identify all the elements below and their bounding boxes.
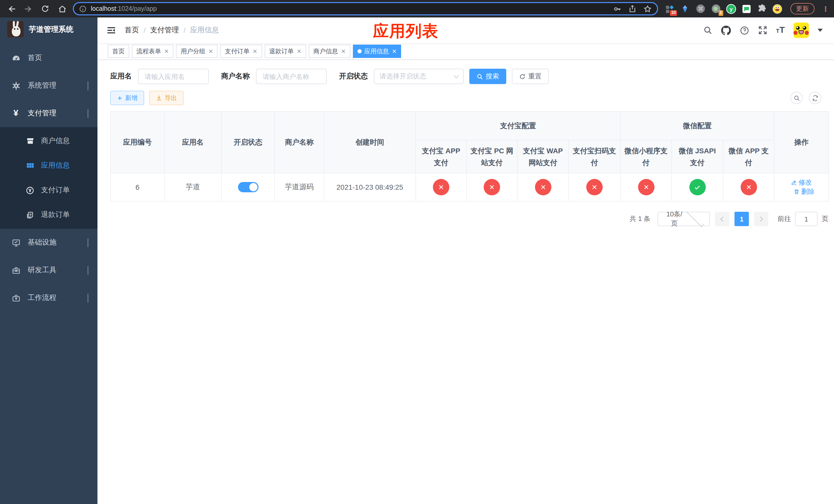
browser-update-button[interactable]: 更新 — [790, 3, 814, 14]
status-select[interactable]: 请选择开启状态 — [374, 69, 464, 84]
status-toggle[interactable] — [238, 182, 258, 192]
merchant-name-input[interactable] — [256, 69, 327, 84]
search-icon[interactable] — [703, 26, 712, 35]
sidebar-item-refund-order[interactable]: 退款订单 — [0, 203, 97, 227]
goto-unit: 页 — [822, 214, 828, 224]
url-host: localhost — [91, 5, 116, 12]
tab-label: 首页 — [112, 47, 125, 55]
col-actions: 操作 — [774, 112, 829, 173]
sidebar-item-label: 系统管理 — [28, 81, 57, 90]
ext-badge: 1 — [718, 10, 723, 16]
tab-label: 商户信息 — [313, 47, 338, 55]
monitor-icon — [11, 238, 21, 247]
tab-pay-order[interactable]: 支付订单✕ — [220, 45, 262, 58]
toggle-search-button[interactable] — [790, 92, 803, 104]
tab-refund-order[interactable]: 退款订单✕ — [264, 45, 306, 58]
chevron-down-icon — [88, 266, 88, 274]
sidebar-item-pay-order[interactable]: 支付订单 — [0, 178, 97, 203]
sidebar-item-infrastructure[interactable]: 基础设施 — [0, 229, 97, 256]
prev-page-button[interactable] — [715, 212, 729, 226]
forward-icon[interactable] — [22, 3, 35, 15]
help-icon[interactable] — [740, 25, 749, 35]
col-alipay-qr: 支付宝扫码支付 — [569, 140, 620, 173]
breadcrumb-home[interactable]: 首页 — [125, 26, 139, 35]
fullscreen-icon[interactable] — [758, 26, 767, 35]
sidebar-item-label: 应用信息 — [41, 161, 70, 170]
chevron-down-icon — [454, 73, 459, 78]
shop-icon — [26, 137, 35, 145]
sidebar-item-system[interactable]: 系统管理 — [0, 72, 97, 99]
ext-y-icon[interactable]: y — [726, 3, 737, 14]
export-button-label: 导出 — [164, 94, 177, 102]
github-icon[interactable] — [721, 25, 731, 35]
search-button[interactable]: 搜索 — [469, 69, 506, 84]
tab-app-info[interactable]: 应用信息✕ — [353, 45, 401, 58]
close-icon[interactable]: ✕ — [164, 48, 169, 54]
browser-toolbar: localhost:1024/pay/app 10 — [0, 0, 834, 18]
close-icon[interactable]: ✕ — [208, 48, 213, 54]
url-text[interactable]: localhost:1024/pay/app — [91, 5, 609, 12]
ext-puzzle-icon[interactable] — [756, 3, 767, 14]
tab-user-group[interactable]: 用户分组✕ — [176, 45, 218, 58]
chevron-up-icon — [88, 109, 88, 117]
password-key-icon[interactable] — [613, 4, 622, 13]
browser-menu-icon[interactable]: ⋮ — [822, 5, 829, 13]
close-icon[interactable]: ✕ — [297, 48, 301, 54]
tab-home[interactable]: 首页 — [108, 45, 129, 58]
sidebar-item-merchant-info[interactable]: 商户信息 — [0, 129, 97, 153]
sidebar-item-home[interactable]: 首页 — [0, 44, 97, 72]
app-name-input[interactable] — [138, 69, 209, 84]
back-icon[interactable] — [5, 3, 18, 15]
sidebar-item-app-info[interactable]: 应用信息 — [0, 153, 97, 178]
refresh-table-button[interactable] — [809, 92, 821, 104]
page-size-select[interactable]: 10条/页 — [658, 212, 710, 226]
breadcrumb-payment[interactable]: 支付管理 — [150, 26, 179, 35]
edit-pen-icon — [791, 180, 797, 186]
add-button[interactable]: 新增 — [110, 91, 144, 105]
sidebar-item-payment[interactable]: ¥ 支付管理 — [0, 99, 97, 127]
ext-chat-icon[interactable] — [741, 3, 752, 14]
delete-link[interactable]: 删除 — [793, 187, 814, 197]
ext-emoji-icon[interactable] — [772, 3, 783, 14]
sidebar-item-workflow[interactable]: 工作流程 — [0, 284, 97, 312]
user-menu-caret-icon[interactable] — [818, 29, 823, 32]
user-avatar[interactable] — [793, 23, 809, 38]
sidebar-logo[interactable]: 芋道管理系统 — [0, 18, 97, 41]
ext-command-icon[interactable]: ⌘ — [695, 3, 706, 14]
cell-app-name: 芋道 — [164, 173, 221, 201]
close-icon[interactable]: ✕ — [253, 48, 257, 54]
reset-button[interactable]: 重置 — [512, 69, 549, 84]
goto-page-input[interactable] — [795, 212, 818, 226]
bookmark-star-icon[interactable] — [643, 4, 652, 13]
tab-merchant-info[interactable]: 商户信息✕ — [309, 45, 350, 58]
add-button-label: 新增 — [125, 94, 137, 102]
edit-link[interactable]: 修改 — [791, 178, 812, 187]
reload-icon[interactable] — [39, 3, 51, 15]
ext-circle-icon[interactable]: 1 — [710, 3, 721, 14]
ext-badge: 10 — [670, 10, 677, 16]
home-icon[interactable] — [56, 3, 68, 15]
pagination-total: 共 1 条 — [630, 214, 650, 224]
tab-label: 用户分组 — [180, 47, 205, 55]
ext-pin-icon[interactable] — [680, 3, 690, 14]
col-created: 创建时间 — [324, 112, 416, 173]
site-info-icon[interactable] — [79, 5, 87, 13]
share-icon[interactable] — [628, 5, 637, 13]
search-form: 应用名 商户名称 开启状态 请选择开启状态 — [110, 69, 821, 84]
ext-blocks-icon[interactable]: 10 — [664, 3, 675, 14]
address-bar[interactable]: localhost:1024/pay/app — [73, 2, 658, 15]
download-icon — [156, 95, 162, 101]
svg-text:y: y — [730, 6, 733, 12]
chevron-down-icon — [88, 238, 88, 247]
page-1-button[interactable]: 1 — [734, 212, 749, 226]
export-button[interactable]: 导出 — [149, 91, 184, 105]
tab-process-form[interactable]: 流程表单✕ — [132, 45, 173, 58]
close-icon[interactable]: ✕ — [392, 48, 396, 54]
sidebar-item-devtools[interactable]: 研发工具 — [0, 256, 97, 284]
refresh-icon — [519, 73, 526, 80]
collapse-sidebar-icon[interactable] — [106, 25, 116, 36]
next-page-button[interactable] — [754, 212, 768, 226]
navbar-actions: TT — [703, 23, 834, 38]
close-icon[interactable]: ✕ — [341, 48, 346, 54]
font-size-icon[interactable]: TT — [776, 25, 785, 36]
